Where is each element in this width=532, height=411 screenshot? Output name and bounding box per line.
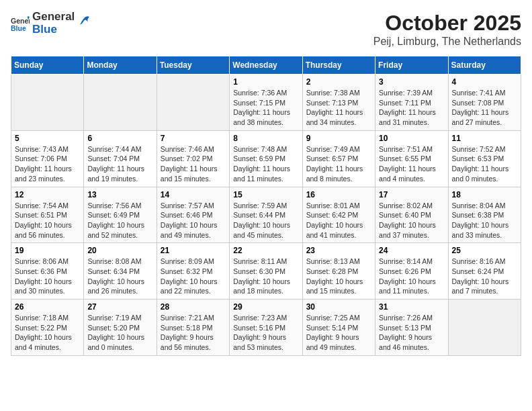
day-number: 4: [452, 77, 517, 87]
day-info: Sunrise: 7:39 AM Sunset: 7:11 PM Dayligh…: [379, 88, 444, 128]
day-number: 23: [306, 246, 371, 255]
day-number: 14: [161, 190, 226, 199]
calendar-cell: 1Sunrise: 7:36 AM Sunset: 7:15 PM Daylig…: [230, 75, 302, 131]
calendar-cell: 25Sunrise: 8:16 AM Sunset: 6:24 PM Dayli…: [448, 243, 521, 300]
day-info: Sunrise: 7:26 AM Sunset: 5:13 PM Dayligh…: [379, 313, 444, 353]
calendar-cell: 21Sunrise: 8:09 AM Sunset: 6:32 PM Dayli…: [157, 243, 229, 300]
day-info: Sunrise: 8:04 AM Sunset: 6:38 PM Dayligh…: [452, 201, 517, 240]
day-info: Sunrise: 7:23 AM Sunset: 5:16 PM Dayligh…: [233, 313, 298, 353]
calendar-cell: 12Sunrise: 7:54 AM Sunset: 6:51 PM Dayli…: [11, 187, 84, 243]
day-number: 17: [379, 190, 444, 199]
day-number: 16: [306, 190, 371, 199]
calendar-week-row: 19Sunrise: 8:06 AM Sunset: 6:36 PM Dayli…: [11, 243, 521, 300]
general-blue-logo-icon: General Blue: [11, 14, 30, 33]
day-number: 13: [87, 190, 152, 199]
day-info: Sunrise: 8:13 AM Sunset: 6:28 PM Dayligh…: [306, 257, 371, 296]
day-info: Sunrise: 7:25 AM Sunset: 5:14 PM Dayligh…: [306, 313, 371, 353]
day-number: 1: [233, 77, 298, 87]
day-number: 18: [452, 190, 517, 199]
day-number: 8: [233, 134, 298, 143]
calendar-cell: [11, 75, 84, 131]
day-info: Sunrise: 8:01 AM Sunset: 6:42 PM Dayligh…: [306, 201, 371, 240]
weekday-header-friday: Friday: [375, 56, 448, 75]
day-info: Sunrise: 8:02 AM Sunset: 6:40 PM Dayligh…: [379, 201, 444, 240]
day-number: 12: [15, 190, 80, 199]
weekday-header-monday: Monday: [84, 56, 157, 75]
day-number: 9: [306, 134, 371, 143]
calendar-cell: 23Sunrise: 8:13 AM Sunset: 6:28 PM Dayli…: [302, 243, 375, 300]
calendar-cell: [448, 300, 521, 356]
weekday-header-thursday: Thursday: [302, 56, 375, 75]
day-info: Sunrise: 8:11 AM Sunset: 6:30 PM Dayligh…: [233, 257, 298, 296]
page-subtitle: Peij, Limburg, The Netherlands: [373, 36, 521, 48]
svg-text:Blue: Blue: [11, 24, 26, 32]
day-info: Sunrise: 7:54 AM Sunset: 6:51 PM Dayligh…: [15, 201, 80, 240]
day-info: Sunrise: 8:08 AM Sunset: 6:34 PM Dayligh…: [87, 257, 152, 296]
day-info: Sunrise: 7:46 AM Sunset: 7:02 PM Dayligh…: [161, 144, 226, 184]
calendar-cell: 27Sunrise: 7:19 AM Sunset: 5:20 PM Dayli…: [84, 300, 157, 356]
day-number: 3: [379, 77, 444, 87]
day-number: 5: [15, 134, 80, 143]
calendar-cell: 7Sunrise: 7:46 AM Sunset: 7:02 PM Daylig…: [157, 130, 229, 187]
day-info: Sunrise: 7:38 AM Sunset: 7:13 PM Dayligh…: [306, 88, 371, 128]
day-number: 20: [87, 246, 152, 255]
calendar-cell: 14Sunrise: 7:57 AM Sunset: 6:46 PM Dayli…: [157, 187, 229, 243]
day-number: 6: [87, 134, 152, 143]
logo-bird-icon: [79, 13, 91, 28]
calendar-cell: 31Sunrise: 7:26 AM Sunset: 5:13 PM Dayli…: [375, 300, 448, 356]
logo: General Blue General Blue: [11, 11, 91, 36]
day-number: 22: [233, 246, 298, 255]
calendar-cell: 17Sunrise: 8:02 AM Sunset: 6:40 PM Dayli…: [375, 187, 448, 243]
logo-blue-text: Blue: [32, 24, 75, 36]
calendar-cell: 8Sunrise: 7:48 AM Sunset: 6:59 PM Daylig…: [230, 130, 302, 187]
calendar-cell: 26Sunrise: 7:18 AM Sunset: 5:22 PM Dayli…: [11, 300, 84, 356]
calendar-cell: 30Sunrise: 7:25 AM Sunset: 5:14 PM Dayli…: [302, 300, 375, 356]
day-number: 25: [452, 246, 517, 255]
day-info: Sunrise: 8:14 AM Sunset: 6:26 PM Dayligh…: [379, 257, 444, 296]
calendar-cell: 19Sunrise: 8:06 AM Sunset: 6:36 PM Dayli…: [11, 243, 84, 300]
title-area: October 2025 Peij, Limburg, The Netherla…: [373, 11, 521, 48]
day-number: 28: [161, 302, 226, 312]
calendar-week-row: 1Sunrise: 7:36 AM Sunset: 7:15 PM Daylig…: [11, 75, 521, 131]
weekday-header-row: SundayMondayTuesdayWednesdayThursdayFrid…: [11, 56, 521, 75]
calendar-cell: 22Sunrise: 8:11 AM Sunset: 6:30 PM Dayli…: [230, 243, 302, 300]
calendar-cell: [157, 75, 229, 131]
day-number: 7: [161, 134, 226, 143]
day-number: 2: [306, 77, 371, 87]
day-info: Sunrise: 8:06 AM Sunset: 6:36 PM Dayligh…: [15, 257, 80, 296]
calendar-cell: 15Sunrise: 7:59 AM Sunset: 6:44 PM Dayli…: [230, 187, 302, 243]
page-title: October 2025: [373, 11, 521, 36]
day-info: Sunrise: 7:49 AM Sunset: 6:57 PM Dayligh…: [306, 144, 371, 184]
day-info: Sunrise: 7:56 AM Sunset: 6:49 PM Dayligh…: [87, 201, 152, 240]
calendar-cell: 11Sunrise: 7:52 AM Sunset: 6:53 PM Dayli…: [448, 130, 521, 187]
calendar-cell: 29Sunrise: 7:23 AM Sunset: 5:16 PM Dayli…: [230, 300, 302, 356]
day-info: Sunrise: 7:43 AM Sunset: 7:06 PM Dayligh…: [15, 144, 80, 184]
day-number: 27: [87, 302, 152, 312]
calendar-cell: 2Sunrise: 7:38 AM Sunset: 7:13 PM Daylig…: [302, 75, 375, 131]
day-info: Sunrise: 7:21 AM Sunset: 5:18 PM Dayligh…: [161, 313, 226, 353]
calendar-cell: 24Sunrise: 8:14 AM Sunset: 6:26 PM Dayli…: [375, 243, 448, 300]
day-info: Sunrise: 7:59 AM Sunset: 6:44 PM Dayligh…: [233, 201, 298, 240]
calendar-cell: 5Sunrise: 7:43 AM Sunset: 7:06 PM Daylig…: [11, 130, 84, 187]
day-number: 24: [379, 246, 444, 255]
calendar-cell: 28Sunrise: 7:21 AM Sunset: 5:18 PM Dayli…: [157, 300, 229, 356]
day-number: 10: [379, 134, 444, 143]
calendar-cell: 18Sunrise: 8:04 AM Sunset: 6:38 PM Dayli…: [448, 187, 521, 243]
calendar-cell: 6Sunrise: 7:44 AM Sunset: 7:04 PM Daylig…: [84, 130, 157, 187]
calendar-cell: 9Sunrise: 7:49 AM Sunset: 6:57 PM Daylig…: [302, 130, 375, 187]
calendar-week-row: 12Sunrise: 7:54 AM Sunset: 6:51 PM Dayli…: [11, 187, 521, 243]
calendar-cell: 13Sunrise: 7:56 AM Sunset: 6:49 PM Dayli…: [84, 187, 157, 243]
day-number: 19: [15, 246, 80, 255]
weekday-header-saturday: Saturday: [448, 56, 521, 75]
weekday-header-tuesday: Tuesday: [157, 56, 229, 75]
calendar-week-row: 26Sunrise: 7:18 AM Sunset: 5:22 PM Dayli…: [11, 300, 521, 356]
day-info: Sunrise: 7:51 AM Sunset: 6:55 PM Dayligh…: [379, 144, 444, 184]
day-number: 15: [233, 190, 298, 199]
calendar-cell: 10Sunrise: 7:51 AM Sunset: 6:55 PM Dayli…: [375, 130, 448, 187]
day-info: Sunrise: 7:52 AM Sunset: 6:53 PM Dayligh…: [452, 144, 517, 184]
day-number: 29: [233, 302, 298, 312]
day-info: Sunrise: 8:16 AM Sunset: 6:24 PM Dayligh…: [452, 257, 517, 296]
logo-general-text: General: [32, 11, 75, 24]
header: General Blue General Blue October 2025 P…: [11, 11, 521, 48]
day-number: 30: [306, 302, 371, 312]
